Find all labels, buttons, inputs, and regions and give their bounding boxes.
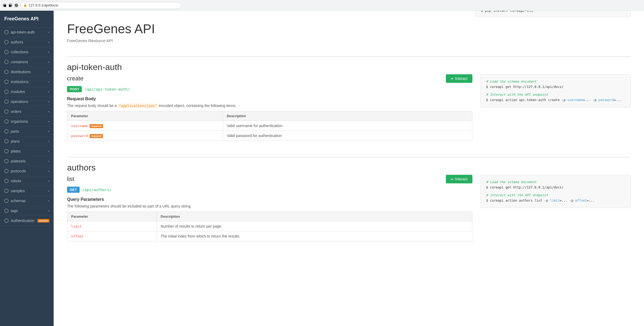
sidebar-item-parts[interactable]: parts▾ <box>0 127 54 136</box>
chevron-down-icon: ▾ <box>48 180 49 183</box>
sidebar-item-institutions[interactable]: institutions▾ <box>0 77 54 87</box>
chevron-down-icon: ▾ <box>48 140 49 143</box>
chevron-down-icon: ▾ <box>48 51 49 54</box>
sidebar-item-distributions[interactable]: distributions▾ <box>0 67 54 77</box>
table-row: passwordrequiredValid password for authe… <box>67 131 472 141</box>
required-badge: required <box>90 124 103 128</box>
sidebar-item-label: tags <box>11 209 18 213</box>
interact-label: Interact <box>455 76 468 81</box>
body-description: The request body should be a "applicatio… <box>67 103 472 108</box>
sidebar-item-collections[interactable]: collections▾ <box>0 47 54 57</box>
chevron-down-icon: ▾ <box>48 110 49 113</box>
sidebar-item-label: authors <box>11 40 23 44</box>
endpoint-left: create⇌InteractPOST/api/api-token-auth/R… <box>67 74 472 146</box>
sidebar-item-robots[interactable]: robots▾ <box>0 176 54 186</box>
param-col-header: Parameter <box>67 111 223 121</box>
section-divider <box>67 157 631 157</box>
sidebar-item-label: samples <box>11 189 25 193</box>
sidebar-item-label: api-token-auth <box>11 30 35 34</box>
section-heading-authors: authors <box>67 163 631 173</box>
circle-icon <box>4 199 9 203</box>
chevron-down-icon: ▾ <box>48 31 49 34</box>
sidebar-item-label: platesets <box>11 159 26 163</box>
table-row: limitNumber of results to return per pag… <box>67 221 472 231</box>
sidebar-item-plans[interactable]: plans▾ <box>0 136 54 146</box>
sidebar-item-label: robots <box>11 179 21 183</box>
sidebar-item-label: protocols <box>11 169 26 173</box>
endpoint-title: create <box>67 75 83 82</box>
endpoint-path: /api/api-token-auth/ <box>84 87 130 91</box>
sidebar-item-label: collections <box>11 50 28 54</box>
sidebar-item-containers[interactable]: containers▾ <box>0 57 54 67</box>
sidebar-item-label: distributions <box>11 70 31 74</box>
chevron-down-icon: ▾ <box>48 100 49 103</box>
app-container: FreeGenes API api-token-auth▾authors▾col… <box>0 11 644 326</box>
sections-container: api-token-authcreate⇌InteractPOST/api/ap… <box>67 56 631 247</box>
desc-col-header: Description <box>223 111 472 121</box>
circle-icon <box>4 129 9 134</box>
code-panel: # Load the schema document $ coreapi get… <box>480 74 631 108</box>
reload-button[interactable]: ↻ <box>14 3 18 7</box>
circle-icon <box>4 70 9 74</box>
sidebar-item-operations[interactable]: operations▾ <box>0 97 54 107</box>
endpoint-right: # Load the schema document $ coreapi get… <box>480 74 631 146</box>
sidebar-item-label: schemas <box>11 199 26 203</box>
interact-button[interactable]: ⇌Interact <box>446 175 472 183</box>
sidebar-item-label: organisms <box>11 119 28 124</box>
sidebar-item-protocols[interactable]: protocols▾ <box>0 166 54 176</box>
param-desc-cell: Number of results to return per page. <box>157 221 472 231</box>
sidebar-item-label: orders <box>11 109 21 114</box>
code-line-2: $ coreapi get http://127.0.0.1/api/docs/ <box>486 185 625 190</box>
circle-icon <box>4 179 9 183</box>
sidebar-item-authors[interactable]: authors▾ <box>0 37 54 47</box>
sidebar-item-organisms[interactable]: organisms▾ <box>0 117 54 127</box>
sidebar-item-schemas[interactable]: schemas▾ <box>0 196 54 206</box>
body-title: Query Parameters <box>67 197 472 202</box>
body-title: Request Body <box>67 97 472 101</box>
chevron-down-icon: ▾ <box>48 199 49 202</box>
method-badge: POST <box>67 86 82 92</box>
main-content: # Install the command line client $ pip … <box>54 11 644 326</box>
param-name: username <box>71 124 88 128</box>
sidebar-item-label: containers <box>11 60 28 64</box>
circle-icon <box>4 109 9 114</box>
endpoint-left: list⇌InteractGET/api/authors/Query Param… <box>67 175 472 247</box>
circle-icon <box>4 139 9 143</box>
endpoint-url-row: POST/api/api-token-auth/ <box>67 86 472 92</box>
sidebar-item-modules[interactable]: modules▾ <box>0 87 54 97</box>
sidebar-item-authentication-session[interactable]: Authenticationsession <box>0 216 54 226</box>
sidebar-item-platesets[interactable]: platesets▾ <box>0 156 54 166</box>
param-name: offset <box>71 234 84 238</box>
forward-button[interactable]: ▶ <box>9 3 12 7</box>
sidebar-item-label: Authentication <box>11 218 35 223</box>
endpoint-path: /api/authors/ <box>82 188 112 192</box>
chevron-down-icon: ▾ <box>48 61 49 64</box>
sidebar-item-label: parts <box>11 129 19 134</box>
install-code-box: # Install the command line client $ pip … <box>475 11 631 17</box>
param-name-cell: offset <box>67 231 157 241</box>
param-desc-cell: Valid username for authentication <box>223 121 472 131</box>
sidebar-item-tags[interactable]: tags▾ <box>0 206 54 216</box>
back-button[interactable]: ◀ <box>3 3 6 7</box>
browser-chrome: ◀ ▶ ↻ 🔒 127.0.0.1/api/docs/ <box>0 0 644 11</box>
circle-icon <box>4 60 9 64</box>
chevron-down-icon: ▾ <box>48 130 49 133</box>
sidebar-item-samples[interactable]: samples▾ <box>0 186 54 196</box>
address-bar[interactable]: 🔒 127.0.0.1/api/docs/ <box>20 2 181 9</box>
code-comment-2: # Interact with the API endpoint <box>486 192 625 198</box>
chevron-down-icon: ▾ <box>48 170 49 173</box>
circle-icon <box>4 159 9 163</box>
sidebar-item-orders[interactable]: orders▾ <box>0 107 54 117</box>
sidebar-item-label: plans <box>11 139 20 143</box>
section-heading-api-token-auth: api-token-auth <box>67 62 631 72</box>
sidebar-item-api-token-auth[interactable]: api-token-auth▾ <box>0 27 54 37</box>
code-comment-1: # Load the schema document <box>486 179 625 185</box>
interact-button[interactable]: ⇌Interact <box>446 74 472 83</box>
sidebar-item-plates[interactable]: plates▾ <box>0 146 54 156</box>
code-line-4: $ coreapi action api-token-auth create -… <box>486 97 625 103</box>
param-table: ParameterDescriptionusernamerequiredVali… <box>67 111 472 141</box>
sidebar-item-label: operations <box>11 99 28 104</box>
param-name-cell: limit <box>67 221 157 231</box>
inline-code: "application/json" <box>118 103 158 108</box>
desc-col-header: Description <box>157 212 472 221</box>
